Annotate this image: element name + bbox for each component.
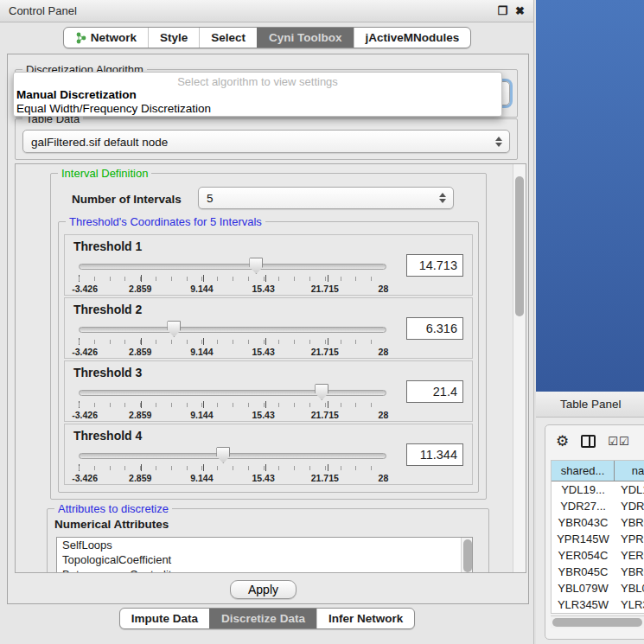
table-row[interactable]: YBR043C YBR0 — [552, 514, 644, 531]
table-row[interactable]: YLR345W YLR3 — [552, 596, 644, 613]
table-row[interactable]: YER054C YER0 — [552, 547, 644, 564]
table-cell[interactable]: YBR043C — [552, 514, 615, 531]
gear-icon[interactable]: ⚙ — [556, 434, 569, 449]
settings-vertical-scrollbar[interactable] — [513, 164, 526, 572]
slider-minor-ticks — [79, 340, 386, 344]
tick-label: 28 — [379, 284, 389, 294]
threshold-value-field[interactable]: 14.713 — [406, 254, 463, 277]
scrollbar-thumb[interactable] — [463, 539, 472, 572]
scrollbar-thumb[interactable] — [515, 176, 524, 316]
tick-label: 21.715 — [311, 284, 339, 294]
table-cell[interactable]: YBL079W — [552, 580, 615, 596]
table-row[interactable]: YDR27... YDR2 — [552, 498, 644, 514]
threshold-value-field[interactable]: 21.4 — [406, 380, 463, 403]
table-cell[interactable]: YIL0 — [615, 613, 644, 614]
dropdown-option-equal-width[interactable]: Equal Width/Frequency Discretization — [16, 102, 211, 115]
tab-infer-network[interactable]: Infer Network — [316, 609, 414, 628]
close-icon[interactable]: ✖ — [515, 4, 525, 17]
float-window-icon[interactable]: ❐ — [497, 4, 507, 17]
control-panel-window: Control Panel ❐ ✖ Network Style Select C… — [0, 0, 534, 644]
table-data-group: Table Data galFiltered.sif default node — [15, 118, 518, 160]
dropdown-placeholder-option[interactable]: Select algorithm to view settings — [14, 75, 501, 88]
slider-track[interactable] — [79, 264, 386, 270]
column-header-name[interactable]: name — [615, 461, 644, 481]
slider-thumb[interactable] — [216, 447, 230, 463]
tick-label: -3.426 — [72, 410, 98, 420]
list-item[interactable]: BetweennessCentrality — [57, 567, 472, 573]
tick-label: 28 — [379, 347, 389, 357]
tick-label: 2.859 — [129, 410, 151, 420]
scrollbar-thumb[interactable] — [552, 618, 642, 627]
column-header-shared-name[interactable]: shared... — [552, 461, 615, 481]
top-tab-bar: Network Style Select Cyni Toolbox jActiv… — [0, 27, 534, 48]
threshold-label: Threshold 2 — [73, 303, 142, 316]
tick-label: -3.426 — [72, 347, 98, 357]
numerical-attributes-list[interactable]: SelfLoops TopologicalCoefficient Between… — [56, 537, 473, 573]
slider-thumb[interactable] — [167, 321, 181, 337]
slider-thumb[interactable] — [315, 384, 328, 400]
slider-track[interactable] — [79, 453, 386, 459]
table-horizontal-scrollbar[interactable] — [551, 615, 644, 628]
tick-label: 28 — [379, 473, 389, 483]
threshold-4-slider[interactable]: -3.426 2.859 9.144 15.43 21.715 28 — [79, 445, 386, 485]
threshold-2-panel: Threshold 2 -3.426 2.859 9.144 15.43 — [64, 297, 473, 359]
table-cell[interactable]: YLR3 — [615, 596, 644, 613]
tab-cyni-toolbox[interactable]: Cyni Toolbox — [257, 28, 354, 48]
dropdown-option-manual[interactable]: Manual Discretization — [16, 88, 137, 101]
table-cell[interactable]: YLR345W — [552, 596, 615, 613]
bottom-tab-bar: Impute Data Discretize Data Infer Networ… — [0, 608, 534, 629]
slider-thumb[interactable] — [249, 258, 263, 274]
table-panel-body: ⚙ ☑☑ shared... name YDL19... YDL1 YDR27.… — [545, 424, 644, 640]
list-scrollbar[interactable] — [461, 538, 472, 573]
tab-style[interactable]: Style — [148, 28, 199, 48]
tick-label: 2.859 — [129, 473, 151, 483]
table-cell[interactable]: YPR1 — [615, 531, 644, 547]
table-panel: Table Panel ⚙ ☑☑ shared... name YDL19...… — [536, 392, 644, 644]
table-cell[interactable]: YBR045C — [552, 564, 615, 580]
group-legend: Attributes to discretize — [54, 502, 172, 515]
table-cell[interactable]: YBR0 — [615, 564, 644, 580]
list-item[interactable]: SelfLoops — [57, 538, 472, 552]
table-cell[interactable]: YDL1 — [615, 481, 644, 498]
table-row[interactable]: YBR045C YBR0 — [552, 564, 644, 580]
attributes-group: Attributes to discretize Numerical Attri… — [47, 508, 489, 573]
slider-track[interactable] — [79, 390, 386, 396]
tick-label: 9.144 — [190, 347, 213, 357]
split-columns-icon[interactable] — [581, 435, 596, 448]
table-cell[interactable]: YDR27... — [552, 498, 615, 514]
tab-select[interactable]: Select — [199, 28, 257, 48]
tick-label: 28 — [379, 410, 389, 420]
threshold-value-field[interactable]: 6.316 — [406, 317, 463, 340]
table-cell[interactable]: YIL052C — [552, 613, 615, 614]
table-cell[interactable]: YBL0 — [615, 580, 644, 596]
threshold-3-slider[interactable]: -3.426 2.859 9.144 15.43 21.715 28 — [79, 382, 386, 422]
table-row[interactable]: YIL052C YIL0 — [552, 613, 644, 614]
table-data-combobox[interactable]: galFiltered.sif default node — [22, 130, 510, 153]
table-row[interactable]: YBL079W YBL0 — [552, 580, 644, 596]
threshold-value-field[interactable]: 11.344 — [406, 443, 463, 466]
interval-definition-group: Interval Definition Number of Intervals … — [50, 173, 487, 500]
apply-button[interactable]: Apply — [230, 580, 296, 599]
threshold-1-panel: Threshold 1 -3.426 2.859 9.144 15.43 — [64, 234, 473, 296]
table-cell[interactable]: YDL19... — [552, 481, 615, 498]
threshold-1-slider[interactable]: -3.426 2.859 9.144 15.43 21.715 28 — [79, 256, 386, 296]
list-item[interactable]: TopologicalCoefficient — [57, 552, 472, 567]
table-panel-title: Table Panel — [560, 398, 622, 411]
table-cell[interactable]: YPR145W — [552, 531, 615, 547]
tab-impute-data[interactable]: Impute Data — [120, 609, 209, 628]
table-row[interactable]: YDL19... YDL1 — [552, 481, 644, 498]
tab-jactivemnodules[interactable]: jActiveMNodules — [354, 28, 471, 48]
tab-discretize-data[interactable]: Discretize Data — [209, 609, 316, 628]
table-cell[interactable]: YBR0 — [615, 514, 644, 531]
table-cell[interactable]: YER054C — [552, 547, 615, 564]
table-row[interactable]: YPR145W YPR1 — [552, 531, 644, 547]
tick-label: -3.426 — [72, 284, 98, 294]
table-cell[interactable]: YDR2 — [615, 498, 644, 514]
slider-track[interactable] — [79, 327, 386, 333]
threshold-2-slider[interactable]: -3.426 2.859 9.144 15.43 21.715 28 — [79, 319, 386, 359]
number-of-intervals-combobox[interactable]: 5 — [198, 187, 454, 209]
table-cell[interactable]: YER0 — [615, 547, 644, 564]
network-window-frame: GAL80 G C GAL11 GAL4 GCY1 H HAP2 — [536, 0, 644, 392]
tab-network[interactable]: Network — [64, 28, 148, 48]
select-columns-icon[interactable]: ☑☑ — [608, 435, 629, 448]
